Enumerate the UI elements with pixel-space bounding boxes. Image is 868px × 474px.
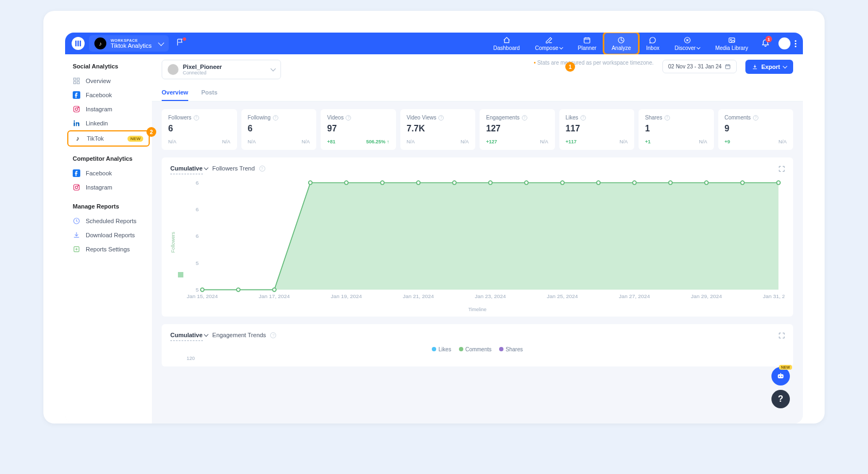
svg-rect-2 (80, 41, 81, 47)
stat-percent: 506.25% ↑ (366, 139, 390, 144)
flag-button[interactable] (176, 39, 184, 48)
stat-label: Engagements (486, 115, 520, 121)
sidebar-item-facebook[interactable]: Facebook (65, 88, 152, 102)
svg-point-46 (777, 181, 781, 185)
account-status: Connected (183, 70, 222, 75)
nav-discover[interactable]: Discover (667, 33, 708, 54)
grid-icon (73, 77, 80, 85)
tab-posts[interactable]: Posts (201, 85, 218, 101)
chevron-down-icon (697, 45, 700, 49)
top-nav-bar: ♪ WORKSPACE Tiktok Analytics Dashboard C… (65, 33, 803, 54)
tab-overview[interactable]: Overview (162, 85, 188, 101)
nav-compose[interactable]: Compose (527, 33, 570, 54)
stat-delta: +117 (566, 139, 577, 144)
svg-point-58 (781, 376, 782, 377)
svg-rect-24 (726, 65, 730, 68)
notification-count: 1 (765, 36, 772, 42)
help-icon[interactable]: ? (270, 332, 276, 338)
sidebar-item-linkedin[interactable]: Linkedin (65, 116, 152, 130)
svg-text:6: 6 (196, 233, 199, 239)
stat-delta: N/A (407, 139, 415, 144)
app-logo[interactable] (72, 37, 85, 50)
account-bar: Pixel_Pioneer Connected Stats are measur… (152, 54, 803, 79)
export-button[interactable]: Export (745, 60, 793, 74)
chart-mode-selector[interactable]: Cumulative (170, 332, 208, 338)
svg-rect-11 (77, 81, 79, 84)
help-icon[interactable]: ? (438, 115, 444, 121)
notification-bell[interactable]: 1 (761, 38, 770, 49)
help-icon[interactable]: ? (580, 115, 586, 121)
svg-text:Jan 15, 2024: Jan 15, 2024 (187, 293, 218, 299)
svg-rect-1 (78, 41, 79, 47)
stat-card: Followers ? 6 N/A N/A (162, 109, 237, 150)
svg-text:6: 6 (196, 180, 199, 186)
help-icon[interactable]: ? (522, 115, 527, 121)
help-button[interactable]: ? (771, 390, 790, 408)
svg-point-15 (78, 107, 79, 108)
sidebar-item-overview[interactable]: Overview (65, 74, 152, 88)
help-icon[interactable]: ? (259, 166, 265, 172)
account-selector[interactable]: Pixel_Pioneer Connected (162, 60, 281, 79)
nav-inbox[interactable]: Inbox (639, 33, 667, 54)
stat-delta: +127 (486, 139, 497, 144)
svg-point-42 (633, 181, 636, 185)
nav-planner[interactable]: Planner (570, 33, 604, 54)
help-icon[interactable]: ? (273, 115, 278, 121)
sidebar-item-scheduled-reports[interactable]: Scheduled Reports (65, 214, 152, 228)
sidebar-item-tiktok[interactable]: ♪ TikTok NEW (67, 130, 150, 147)
help-icon[interactable]: ? (346, 115, 351, 121)
x-axis-label: Timeline (170, 307, 784, 312)
annotation-badge-2: 2 (146, 127, 156, 137)
stat-value: 7.7K (407, 124, 469, 134)
help-icon[interactable]: ? (665, 115, 670, 121)
annotation-badge-1: 1 (565, 62, 575, 72)
nav-media-library[interactable]: Media Library (707, 33, 756, 54)
stat-card: Following ? 6 N/A N/A (241, 109, 317, 150)
svg-rect-9 (77, 78, 79, 80)
nav-analyze[interactable]: Analyze (604, 33, 639, 54)
stat-card: Video Views ? 7.7K N/A N/A (400, 109, 476, 150)
help-icon[interactable]: ? (753, 115, 758, 121)
svg-rect-56 (778, 374, 784, 378)
stat-card: Engagements ? 127 +127 N/A (480, 109, 555, 150)
instagram-icon (73, 184, 80, 191)
facebook-icon (73, 169, 80, 177)
svg-point-39 (525, 181, 528, 185)
instagram-icon (73, 105, 80, 113)
workspace-name: Tiktok Analytics (111, 42, 151, 49)
svg-point-14 (75, 108, 78, 111)
stat-value: 97 (327, 124, 390, 134)
sidebar-item-label: Instagram (86, 106, 112, 112)
sidebar-item-download-reports[interactable]: Download Reports (65, 228, 152, 242)
stat-percent: N/A (778, 139, 787, 144)
user-avatar[interactable] (778, 37, 790, 49)
chatbot-button[interactable]: NEW (771, 367, 790, 385)
sidebar-item-competitor-instagram[interactable]: Instagram (65, 180, 152, 194)
stat-label: Videos (327, 115, 343, 121)
stat-value: 6 (248, 124, 310, 134)
stat-percent: N/A (302, 139, 310, 144)
sidebar-item-reports-settings[interactable]: Reports Settings (65, 242, 152, 256)
legend-dot-shares (499, 347, 503, 351)
chart-mode-selector[interactable]: Cumulative (170, 165, 208, 172)
sidebar-item-label: Overview (86, 78, 111, 84)
svg-point-38 (489, 181, 493, 185)
expand-icon[interactable] (778, 165, 786, 173)
date-range-picker[interactable]: 02 Nov 23 - 31 Jan 24 (662, 60, 737, 73)
svg-point-41 (597, 181, 601, 185)
expand-icon[interactable] (778, 332, 786, 339)
nav-dashboard[interactable]: Dashboard (486, 33, 527, 54)
stat-percent: N/A (699, 139, 707, 144)
sidebar-item-instagram[interactable]: Instagram (65, 102, 152, 116)
svg-point-35 (380, 181, 384, 185)
sidebar-item-label: Download Reports (86, 232, 135, 238)
stat-label: Followers (168, 115, 192, 121)
chevron-down-icon (559, 45, 563, 49)
stat-percent: N/A (540, 139, 548, 144)
sidebar-item-competitor-facebook[interactable]: Facebook (65, 166, 152, 180)
sidebar-section-title: Competitor Analytics (65, 153, 152, 166)
workspace-selector[interactable]: ♪ WORKSPACE Tiktok Analytics (89, 35, 169, 52)
help-icon[interactable]: ? (194, 115, 199, 121)
svg-rect-10 (74, 81, 76, 84)
more-menu[interactable] (795, 40, 796, 47)
